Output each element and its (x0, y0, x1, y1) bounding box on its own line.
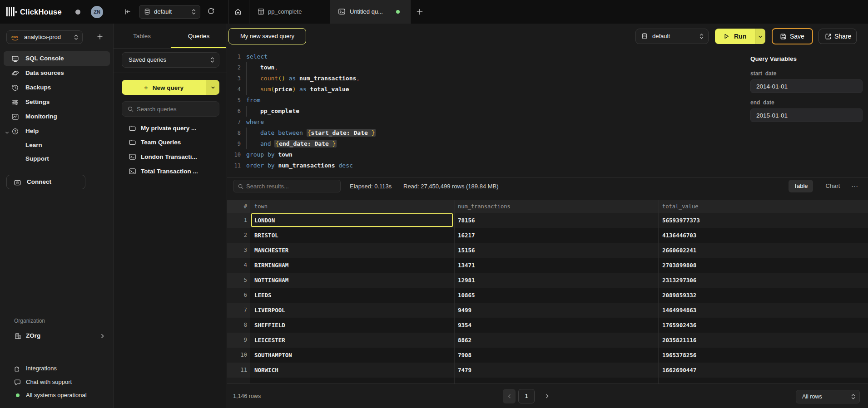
page-size-selector[interactable]: All rows (796, 390, 860, 403)
table-cell[interactable]: 15156 (458, 243, 475, 258)
prev-page-button[interactable] (503, 389, 516, 403)
share-label: Share (834, 29, 851, 44)
table-cell[interactable]: 1765902436 (662, 318, 696, 333)
table-cell[interactable]: 2089859332 (662, 288, 696, 303)
organization-row[interactable]: ZOrg (4, 329, 110, 343)
sql-token (303, 129, 307, 136)
row-number: 2 (227, 228, 247, 243)
table-cell[interactable]: NORWICH (254, 363, 278, 378)
new-tab-button[interactable] (416, 8, 424, 18)
connect-button[interactable]: Connect (6, 175, 85, 189)
sidebar-item-monitoring[interactable]: Monitoring (4, 109, 110, 124)
table-cell[interactable]: 1662690447 (662, 363, 696, 378)
table-cell[interactable]: SOUTHAMPTON (254, 348, 292, 363)
tab-queries[interactable]: Queries (170, 24, 227, 49)
editor-database-selector[interactable]: default (635, 29, 709, 44)
sidebar-item-learn[interactable]: Learn (25, 138, 42, 152)
sql-token: where (246, 118, 264, 125)
tab-untitled-query[interactable]: Untitled qu... (330, 0, 410, 24)
sql-editor[interactable]: 1select2town,3count() as num_transaction… (227, 49, 745, 177)
status-dot-icon (16, 393, 20, 397)
current-page-number[interactable]: 1 (518, 389, 535, 403)
tab-tables[interactable]: Tables (114, 24, 170, 49)
query-list-item-total[interactable]: Total Transaction ... (117, 164, 223, 178)
search-results-input[interactable] (246, 180, 337, 192)
sidebar-item-help[interactable]: ? Help (4, 124, 110, 138)
avatar[interactable]: ZN (91, 6, 103, 18)
table-cell[interactable]: BIRMINGHAM (254, 258, 288, 273)
sidebar-item-sql-console[interactable]: SQL Console (4, 51, 110, 66)
table-cell[interactable]: 16217 (458, 228, 475, 243)
sidebar-item-integrations[interactable]: Integrations (4, 362, 110, 375)
sidebar-item-support[interactable]: Support (25, 152, 49, 166)
saved-queries-selector[interactable]: Saved queries (122, 52, 219, 68)
table-cell[interactable]: LEEDS (254, 288, 272, 303)
table-cell[interactable]: 8862 (458, 333, 471, 348)
new-query-dropdown[interactable] (206, 80, 219, 95)
query-list-item-london[interactable]: London Transacti... (117, 150, 223, 164)
sidebar-item-settings[interactable]: Settings (4, 95, 110, 109)
table-cell[interactable]: 56593977373 (662, 213, 700, 228)
table-cell[interactable]: 13471 (458, 258, 475, 273)
tab-pp-complete[interactable]: pp_complete (249, 0, 330, 24)
next-page-button[interactable] (542, 389, 551, 403)
row-number: 11 (227, 363, 247, 378)
table-cell[interactable]: BRISTOL (254, 228, 278, 243)
end-date-input[interactable] (750, 108, 863, 122)
table-cell[interactable]: 7479 (458, 363, 471, 378)
new-query-main[interactable]: +New query (122, 80, 206, 95)
table-cell[interactable]: 1965378256 (662, 348, 696, 363)
table-cell[interactable]: SHEFFIELD (254, 318, 285, 333)
topbar: ClickHouse ZN default pp_co (0, 0, 868, 24)
database-selector-value: default (154, 5, 172, 18)
table-cell[interactable]: 9354 (458, 318, 471, 333)
table-cell[interactable]: LEICESTER (254, 333, 285, 348)
save-button[interactable]: Save (772, 28, 813, 44)
table-cell[interactable]: 2660602241 (662, 243, 696, 258)
table-cell[interactable]: 4136446703 (662, 228, 696, 243)
table-cell[interactable]: 1464994863 (662, 303, 696, 318)
table-cell[interactable]: NOTTINGHAM (254, 273, 288, 288)
clickhouse-logo-icon (6, 7, 18, 19)
sidebar-item-data-sources[interactable]: Data sources (4, 66, 110, 80)
column-header[interactable]: # (227, 200, 247, 213)
query-list-item-private[interactable]: My private query ... (117, 121, 223, 135)
sidebar-item-backups[interactable]: Backups (4, 80, 110, 95)
table-cell[interactable]: 2313297306 (662, 273, 696, 288)
rows-read-stat: Read: 27,450,499 rows (189.84 MB) (403, 178, 499, 195)
main-area: My new saved query default Run Save (227, 24, 868, 408)
column-header[interactable]: total_value (662, 200, 698, 213)
table-cell[interactable]: 2703899808 (662, 258, 696, 273)
column-header[interactable]: num_transactions (458, 200, 511, 213)
view-table-button[interactable]: Table (789, 180, 813, 192)
view-chart-button[interactable]: Chart (820, 180, 846, 192)
tab-label: pp_complete (268, 0, 302, 24)
brand-name: ClickHouse (20, 0, 62, 24)
table-cell[interactable]: 10865 (458, 288, 475, 303)
sidebar-item-chat-support[interactable]: Chat with support (4, 375, 110, 389)
table-cell[interactable]: MANCHESTER (254, 243, 288, 258)
run-button[interactable]: Run (715, 29, 755, 44)
add-service-button[interactable] (96, 33, 104, 42)
saved-query-tab[interactable]: My new saved query (228, 28, 306, 44)
topbar-database-selector[interactable]: default (139, 5, 200, 19)
start-date-input[interactable] (750, 79, 863, 93)
table-cell[interactable]: 9499 (458, 303, 471, 318)
system-status[interactable]: All systems operational (4, 388, 110, 402)
run-options-dropdown[interactable] (755, 29, 765, 44)
column-header[interactable]: town (254, 200, 268, 213)
more-options-button[interactable]: ⋯ (851, 178, 858, 195)
total-rows-count: 1,146 rows (233, 384, 261, 408)
table-cell[interactable]: LIVERPOOL (254, 303, 285, 318)
table-cell[interactable]: 12981 (458, 273, 475, 288)
query-list-item-team[interactable]: Team Queries (117, 135, 223, 149)
service-selector[interactable]: aws analytics-prod (6, 30, 83, 44)
home-icon[interactable] (234, 8, 242, 18)
table-cell[interactable]: 78156 (458, 213, 475, 228)
refresh-icon[interactable] (207, 8, 215, 17)
share-button[interactable]: Share (818, 29, 857, 44)
table-cell[interactable]: 2035821116 (662, 333, 696, 348)
table-cell[interactable]: 7908 (458, 348, 471, 363)
collapse-back-icon[interactable] (124, 8, 132, 18)
search-queries-input[interactable] (137, 102, 214, 116)
